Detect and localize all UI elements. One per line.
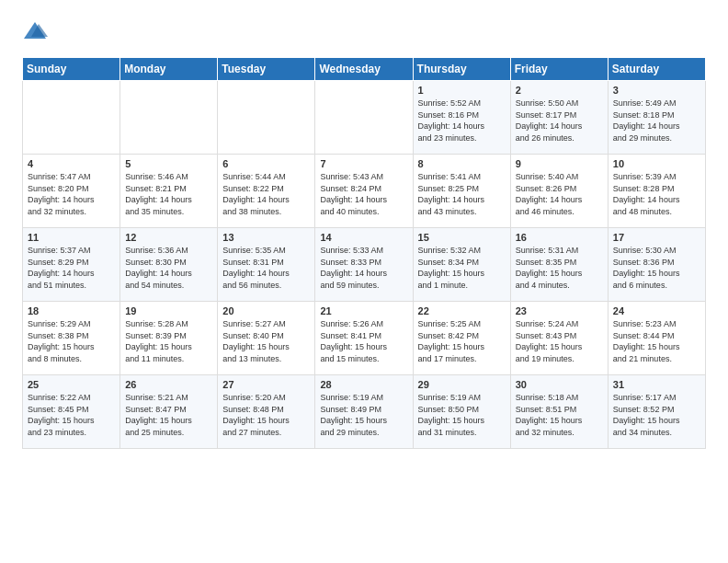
- calendar-cell: 13Sunrise: 5:35 AM Sunset: 8:31 PM Dayli…: [218, 228, 315, 302]
- calendar-cell: 12Sunrise: 5:36 AM Sunset: 8:30 PM Dayli…: [120, 228, 218, 302]
- day-info: Sunrise: 5:25 AM Sunset: 8:42 PM Dayligh…: [418, 318, 506, 364]
- day-info: Sunrise: 5:19 AM Sunset: 8:50 PM Dayligh…: [418, 392, 506, 438]
- calendar-cell: 7Sunrise: 5:43 AM Sunset: 8:24 PM Daylig…: [315, 155, 413, 228]
- calendar-cell: 1Sunrise: 5:52 AM Sunset: 8:16 PM Daylig…: [413, 81, 510, 155]
- weekday-header-tuesday: Tuesday: [218, 58, 315, 81]
- day-info: Sunrise: 5:24 AM Sunset: 8:43 PM Dayligh…: [516, 318, 603, 364]
- calendar-cell: 22Sunrise: 5:25 AM Sunset: 8:42 PM Dayli…: [413, 302, 510, 375]
- day-info: Sunrise: 5:41 AM Sunset: 8:25 PM Dayligh…: [418, 171, 506, 217]
- day-number: 14: [320, 232, 407, 243]
- day-number: 7: [320, 158, 407, 169]
- calendar-cell: 9Sunrise: 5:40 AM Sunset: 8:26 PM Daylig…: [510, 155, 608, 228]
- calendar-week-row: 1Sunrise: 5:52 AM Sunset: 8:16 PM Daylig…: [23, 81, 706, 155]
- calendar-cell: 28Sunrise: 5:19 AM Sunset: 8:49 PM Dayli…: [315, 375, 413, 449]
- day-info: Sunrise: 5:39 AM Sunset: 8:28 PM Dayligh…: [613, 171, 700, 217]
- day-info: Sunrise: 5:40 AM Sunset: 8:26 PM Dayligh…: [516, 171, 603, 217]
- calendar-cell: 26Sunrise: 5:21 AM Sunset: 8:47 PM Dayli…: [120, 375, 218, 449]
- day-number: 20: [222, 305, 310, 316]
- calendar-week-row: 4Sunrise: 5:47 AM Sunset: 8:20 PM Daylig…: [23, 155, 706, 228]
- day-number: 29: [418, 379, 506, 390]
- day-number: 12: [125, 232, 212, 243]
- day-number: 15: [418, 232, 506, 243]
- calendar-cell: 5Sunrise: 5:46 AM Sunset: 8:21 PM Daylig…: [120, 155, 218, 228]
- calendar-cell: 4Sunrise: 5:47 AM Sunset: 8:20 PM Daylig…: [23, 155, 120, 228]
- day-info: Sunrise: 5:31 AM Sunset: 8:35 PM Dayligh…: [516, 245, 603, 291]
- day-number: 23: [516, 305, 603, 316]
- page-container: SundayMondayTuesdayWednesdayThursdayFrid…: [0, 0, 728, 464]
- header: [22, 18, 706, 44]
- calendar-cell: 27Sunrise: 5:20 AM Sunset: 8:48 PM Dayli…: [218, 375, 315, 449]
- day-number: 17: [613, 232, 700, 243]
- day-info: Sunrise: 5:36 AM Sunset: 8:30 PM Dayligh…: [125, 245, 212, 291]
- day-info: Sunrise: 5:49 AM Sunset: 8:18 PM Dayligh…: [613, 98, 700, 144]
- day-number: 1: [418, 85, 506, 96]
- weekday-header-row: SundayMondayTuesdayWednesdayThursdayFrid…: [23, 58, 706, 81]
- weekday-header-monday: Monday: [120, 58, 218, 81]
- day-number: 25: [28, 379, 115, 390]
- calendar-week-row: 25Sunrise: 5:22 AM Sunset: 8:45 PM Dayli…: [23, 375, 706, 449]
- day-info: Sunrise: 5:35 AM Sunset: 8:31 PM Dayligh…: [222, 245, 310, 291]
- calendar-cell: 21Sunrise: 5:26 AM Sunset: 8:41 PM Dayli…: [315, 302, 413, 375]
- calendar-cell: 15Sunrise: 5:32 AM Sunset: 8:34 PM Dayli…: [413, 228, 510, 302]
- day-number: 18: [28, 305, 115, 316]
- day-number: 10: [613, 158, 700, 169]
- day-info: Sunrise: 5:27 AM Sunset: 8:40 PM Dayligh…: [222, 318, 310, 364]
- calendar-cell: 25Sunrise: 5:22 AM Sunset: 8:45 PM Dayli…: [23, 375, 120, 449]
- day-info: Sunrise: 5:50 AM Sunset: 8:17 PM Dayligh…: [516, 98, 603, 144]
- day-info: Sunrise: 5:18 AM Sunset: 8:51 PM Dayligh…: [516, 392, 603, 438]
- day-number: 11: [28, 232, 115, 243]
- day-number: 13: [222, 232, 310, 243]
- calendar-cell: 29Sunrise: 5:19 AM Sunset: 8:50 PM Dayli…: [413, 375, 510, 449]
- day-number: 31: [613, 379, 700, 390]
- day-info: Sunrise: 5:20 AM Sunset: 8:48 PM Dayligh…: [222, 392, 310, 438]
- day-info: Sunrise: 5:23 AM Sunset: 8:44 PM Dayligh…: [613, 318, 700, 364]
- calendar-cell: 31Sunrise: 5:17 AM Sunset: 8:52 PM Dayli…: [608, 375, 705, 449]
- day-number: 22: [418, 305, 506, 316]
- day-number: 4: [28, 158, 115, 169]
- calendar-cell: 18Sunrise: 5:29 AM Sunset: 8:38 PM Dayli…: [23, 302, 120, 375]
- day-info: Sunrise: 5:47 AM Sunset: 8:20 PM Dayligh…: [28, 171, 115, 217]
- weekday-header-thursday: Thursday: [413, 58, 510, 81]
- calendar-cell: 14Sunrise: 5:33 AM Sunset: 8:33 PM Dayli…: [315, 228, 413, 302]
- day-number: 5: [125, 158, 212, 169]
- logo: [22, 18, 51, 44]
- weekday-header-wednesday: Wednesday: [315, 58, 413, 81]
- calendar-week-row: 11Sunrise: 5:37 AM Sunset: 8:29 PM Dayli…: [23, 228, 706, 302]
- day-info: Sunrise: 5:26 AM Sunset: 8:41 PM Dayligh…: [320, 318, 407, 364]
- day-number: 3: [613, 85, 700, 96]
- calendar-cell: [315, 81, 413, 155]
- day-info: Sunrise: 5:17 AM Sunset: 8:52 PM Dayligh…: [613, 392, 700, 438]
- calendar-cell: 8Sunrise: 5:41 AM Sunset: 8:25 PM Daylig…: [413, 155, 510, 228]
- day-number: 8: [418, 158, 506, 169]
- calendar-cell: [218, 81, 315, 155]
- calendar-cell: 10Sunrise: 5:39 AM Sunset: 8:28 PM Dayli…: [608, 155, 705, 228]
- weekday-header-saturday: Saturday: [608, 58, 705, 81]
- day-info: Sunrise: 5:33 AM Sunset: 8:33 PM Dayligh…: [320, 245, 407, 291]
- day-info: Sunrise: 5:44 AM Sunset: 8:22 PM Dayligh…: [222, 171, 310, 217]
- calendar-cell: 17Sunrise: 5:30 AM Sunset: 8:36 PM Dayli…: [608, 228, 705, 302]
- logo-icon: [22, 18, 48, 44]
- day-number: 6: [222, 158, 310, 169]
- day-number: 27: [222, 379, 310, 390]
- day-info: Sunrise: 5:43 AM Sunset: 8:24 PM Dayligh…: [320, 171, 407, 217]
- day-info: Sunrise: 5:22 AM Sunset: 8:45 PM Dayligh…: [28, 392, 115, 438]
- calendar-cell: 6Sunrise: 5:44 AM Sunset: 8:22 PM Daylig…: [218, 155, 315, 228]
- calendar-week-row: 18Sunrise: 5:29 AM Sunset: 8:38 PM Dayli…: [23, 302, 706, 375]
- calendar-cell: 23Sunrise: 5:24 AM Sunset: 8:43 PM Dayli…: [510, 302, 608, 375]
- day-info: Sunrise: 5:19 AM Sunset: 8:49 PM Dayligh…: [320, 392, 407, 438]
- calendar-cell: [23, 81, 120, 155]
- calendar-cell: 2Sunrise: 5:50 AM Sunset: 8:17 PM Daylig…: [510, 81, 608, 155]
- weekday-header-sunday: Sunday: [23, 58, 120, 81]
- day-info: Sunrise: 5:46 AM Sunset: 8:21 PM Dayligh…: [125, 171, 212, 217]
- day-info: Sunrise: 5:32 AM Sunset: 8:34 PM Dayligh…: [418, 245, 506, 291]
- calendar-cell: 16Sunrise: 5:31 AM Sunset: 8:35 PM Dayli…: [510, 228, 608, 302]
- day-number: 9: [516, 158, 603, 169]
- day-number: 30: [516, 379, 603, 390]
- day-number: 24: [613, 305, 700, 316]
- calendar-cell: 19Sunrise: 5:28 AM Sunset: 8:39 PM Dayli…: [120, 302, 218, 375]
- day-info: Sunrise: 5:21 AM Sunset: 8:47 PM Dayligh…: [125, 392, 212, 438]
- day-number: 19: [125, 305, 212, 316]
- day-info: Sunrise: 5:52 AM Sunset: 8:16 PM Dayligh…: [418, 98, 506, 144]
- day-info: Sunrise: 5:30 AM Sunset: 8:36 PM Dayligh…: [613, 245, 700, 291]
- day-number: 16: [516, 232, 603, 243]
